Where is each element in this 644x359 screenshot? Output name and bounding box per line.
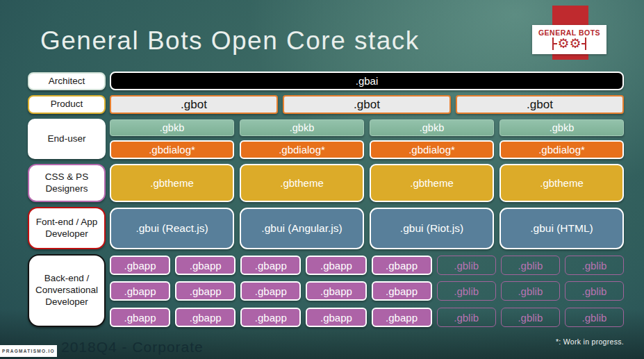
gbapp-box: .gbapp bbox=[110, 281, 170, 301]
role-label-frontend-app-developer: Font-end / App Developer bbox=[28, 207, 106, 249]
gblib-box: .gblib bbox=[565, 281, 624, 301]
gbkb-box: .gbkb bbox=[240, 119, 364, 136]
gbapp-box: .gbapp bbox=[372, 281, 432, 301]
gbtheme-box: .gbtheme bbox=[370, 164, 494, 202]
general-bots-logo: GENERAL BOTS ⚙ ⚙ bbox=[532, 25, 606, 54]
row-gbapp-2: .gbapp .gbapp .gbapp .gbapp .gbapp .gbli… bbox=[110, 281, 624, 301]
gbui-html-box: .gbui (HTML) bbox=[499, 208, 624, 249]
gbapp-box: .gbapp bbox=[240, 308, 301, 327]
gbapp-box: .gbapp bbox=[175, 256, 236, 275]
row-gbtheme: .gbtheme .gbtheme .gbtheme .gbtheme bbox=[110, 164, 624, 202]
gbkb-box: .gbkb bbox=[110, 119, 234, 136]
gbkb-box: .gbkb bbox=[499, 119, 624, 136]
gbdialog-box: .gbdialog* bbox=[110, 140, 234, 159]
gbapp-box: .gbapp bbox=[372, 256, 432, 275]
gbai-box: .gbai bbox=[110, 72, 624, 90]
gbot-box: .gbot bbox=[110, 95, 278, 114]
pragmatismo-logo: PRAGMATISMO.IO bbox=[0, 345, 57, 357]
gblib-box: .gblib bbox=[501, 281, 560, 301]
role-label-end-user: End-user bbox=[28, 119, 106, 159]
gbui-riot-box: .gbui (Riot.js) bbox=[370, 208, 494, 249]
gbkb-box: .gbkb bbox=[370, 119, 494, 136]
work-in-progress-footnote: *: Work in progress. bbox=[556, 337, 624, 346]
gbapp-box: .gbapp bbox=[110, 256, 170, 275]
logo-wordmark: GENERAL BOTS bbox=[538, 29, 600, 37]
gblib-box: .gblib bbox=[501, 308, 560, 327]
row-gbkb: .gbkb .gbkb .gbkb .gbkb bbox=[110, 119, 624, 136]
gbapp-box: .gbapp bbox=[306, 308, 366, 327]
gbdialog-box: .gbdialog* bbox=[499, 140, 624, 159]
page-title: General Bots Open Core stack bbox=[40, 26, 420, 56]
gbtheme-box: .gbtheme bbox=[240, 164, 364, 202]
footer-version-text: 2018Q4 - Corporate bbox=[61, 339, 204, 356]
gbapp-box: .gbapp bbox=[306, 256, 366, 275]
gear-icon: ⚙ bbox=[570, 37, 581, 50]
role-label-css-ps-designers: CSS & PS Designers bbox=[28, 164, 106, 202]
gbdialog-box: .gbdialog* bbox=[240, 140, 364, 159]
gbtheme-box: .gbtheme bbox=[499, 164, 624, 202]
gbtheme-box: .gbtheme bbox=[110, 164, 234, 202]
gear-frame-bar bbox=[585, 37, 586, 50]
gblib-box: .gblib bbox=[501, 256, 560, 275]
gbui-angular-box: .gbui (Angular.js) bbox=[240, 208, 364, 249]
gbot-box: .gbot bbox=[283, 95, 451, 114]
row-gbapp-3: .gbapp .gbapp .gbapp .gbapp .gbapp .gbli… bbox=[110, 308, 624, 327]
gbapp-box: .gbapp bbox=[175, 308, 236, 327]
gblib-box: .gblib bbox=[565, 308, 624, 327]
gblib-box: .gblib bbox=[437, 308, 496, 327]
role-label-product: Product bbox=[28, 95, 106, 114]
gbapp-box: .gbapp bbox=[110, 308, 170, 327]
gbui-react-box: .gbui (React.js) bbox=[110, 208, 234, 249]
gblib-box: .gblib bbox=[565, 256, 624, 275]
gbapp-box: .gbapp bbox=[240, 281, 301, 301]
slide-canvas: General Bots Open Core stack GENERAL BOT… bbox=[0, 0, 644, 359]
row-gbui: .gbui (React.js) .gbui (Angular.js) .gbu… bbox=[110, 208, 624, 249]
row-gbot: .gbot .gbot .gbot bbox=[110, 95, 624, 114]
gears-icon: ⚙ ⚙ bbox=[552, 37, 586, 50]
gbapp-box: .gbapp bbox=[240, 256, 301, 275]
gbapp-box: .gbapp bbox=[175, 281, 236, 301]
gbdialog-box: .gbdialog* bbox=[370, 140, 494, 159]
gblib-box: .gblib bbox=[437, 281, 496, 301]
row-gbapp-1: .gbapp .gbapp .gbapp .gbapp .gbapp .gbli… bbox=[110, 256, 624, 275]
gbot-box: .gbot bbox=[456, 95, 624, 114]
role-label-architect: Architect bbox=[28, 72, 106, 90]
gear-icon: ⚙ bbox=[557, 37, 569, 50]
role-label-backend-conversational-developer: Back-end / Conversational Developer bbox=[28, 254, 106, 327]
gblib-box: .gblib bbox=[437, 256, 496, 275]
row-gbai: .gbai bbox=[110, 72, 624, 90]
gbapp-box: .gbapp bbox=[372, 308, 432, 327]
gbapp-box: .gbapp bbox=[306, 281, 366, 301]
row-gbdialog: .gbdialog* .gbdialog* .gbdialog* .gbdial… bbox=[110, 140, 624, 159]
